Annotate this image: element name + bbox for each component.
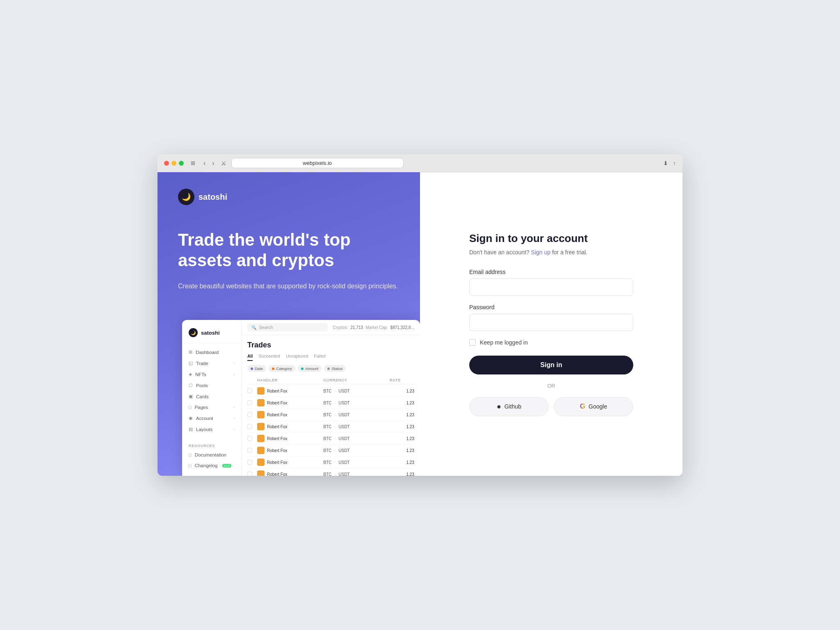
to-currency: USDT [339, 413, 350, 417]
search-icon: 🔍 [251, 325, 256, 330]
to-currency: USDT [339, 389, 350, 393]
signup-link[interactable]: Sign up [531, 249, 550, 256]
handler-name: Robert Fox [267, 472, 287, 476]
row-checkbox-4[interactable] [247, 436, 252, 441]
table-row: Robert Fox BTC→USDT 1.23 [247, 385, 414, 397]
arrow-icon: → [333, 460, 337, 464]
app-brand-logo: 🌙 [189, 328, 198, 337]
date-dot [251, 368, 253, 370]
tab-failed[interactable]: Failed [314, 354, 326, 361]
trade-rate: 1.23 [390, 413, 414, 417]
sidebar-toggle-button[interactable]: ⊞ [189, 159, 197, 167]
github-button-label: Github [504, 403, 521, 410]
sidebar-item-documentation[interactable]: □ Documentation [182, 450, 241, 460]
sidebar-item-cards[interactable]: ▣ Cards [182, 391, 241, 402]
back-button[interactable]: ‹ [202, 159, 207, 168]
sidebar-item-account[interactable]: ◉ Account › [182, 413, 241, 424]
signin-form: Sign in to your account Don't have an ac… [469, 232, 633, 416]
row-checkbox-5[interactable] [247, 448, 252, 453]
to-currency: USDT [339, 425, 350, 429]
sidebar-item-pools[interactable]: ⬡ Pools [182, 380, 241, 391]
row-checkbox-1[interactable] [247, 400, 252, 405]
signin-button[interactable]: Sign in [469, 356, 633, 374]
cards-icon: ▣ [189, 394, 193, 399]
keep-logged-row: Keep me logged in [469, 339, 633, 346]
chevron-right-icon: › [233, 416, 235, 420]
table-row: Robert Fox BTC→USDT 1.23 [247, 397, 414, 409]
sidebar-item-trade[interactable]: ◱ Trade › [182, 358, 241, 369]
share-icon[interactable]: ↑ [673, 160, 676, 167]
search-bar[interactable]: 🔍 Search [247, 323, 328, 331]
filter-category[interactable]: Category [269, 365, 295, 372]
url-bar[interactable]: webpixels.io [231, 158, 404, 168]
browser-actions: ⬇ ↑ [663, 160, 676, 167]
app-topbar: 🔍 Search Cryptos: 21,713 Market Cap: $87… [242, 320, 420, 335]
trades-content: Trades All Succeeded Uncaptured Failed [242, 335, 420, 476]
filter-status[interactable]: Status [324, 365, 346, 372]
trade-icon: ◱ [189, 361, 193, 366]
avatar [257, 470, 265, 476]
table-row: Robert Fox BTC→USDT 1.23 [247, 409, 414, 421]
sidebar-item-layouts[interactable]: ▤ Layouts › [182, 424, 241, 435]
chevron-right-icon: › [233, 427, 235, 431]
trades-tabs: All Succeeded Uncaptured Failed [247, 354, 414, 361]
signin-title: Sign in to your account [469, 232, 633, 245]
row-checkbox-2[interactable] [247, 412, 252, 417]
layouts-icon: ▤ [189, 427, 193, 432]
row-checkbox-0[interactable] [247, 388, 252, 393]
row-checkbox-3[interactable] [247, 424, 252, 429]
sidebar-item-dashboard[interactable]: ⊞ Dashboard [182, 347, 241, 358]
github-button[interactable]: ● Github [469, 397, 549, 416]
forward-button[interactable]: › [210, 159, 216, 168]
pools-icon: ⬡ [189, 383, 193, 388]
from-currency: BTC [324, 425, 332, 429]
browser-window: ⊞ ‹ › ⚔ webpixels.io ⬇ ↑ 🌙 satoshi Trade… [158, 154, 682, 476]
app-brand-text: satoshi [201, 330, 220, 336]
tab-uncaptured[interactable]: Uncaptured [286, 354, 308, 361]
google-button[interactable]: G Google [554, 397, 633, 416]
handler-header: HANDLER [257, 378, 324, 382]
close-window-dot[interactable] [164, 161, 169, 166]
trades-title: Trades [247, 341, 414, 349]
handler-name: Robert Fox [267, 448, 287, 453]
sidebar-item-changelog[interactable]: □ Changelog v1.0 [182, 460, 241, 471]
filter-amount[interactable]: Amount [298, 365, 322, 372]
email-field[interactable] [469, 278, 633, 296]
tab-all[interactable]: All [247, 354, 253, 361]
table-row: Robert Fox BTC→USDT 1.23 [247, 445, 414, 457]
sidebar-item-pages[interactable]: □ Pages › [182, 402, 241, 413]
topbar-stats: Cryptos: 21,713 Market Cap: $871,322,8..… [333, 325, 414, 330]
nfts-icon: ◈ [189, 372, 192, 377]
avatar [257, 459, 265, 466]
to-currency: USDT [339, 436, 350, 441]
minimize-window-dot[interactable] [171, 161, 176, 166]
avatar [257, 411, 265, 418]
download-icon[interactable]: ⬇ [663, 160, 668, 167]
trade-rate: 1.23 [390, 460, 414, 465]
avatar [257, 447, 265, 454]
row-checkbox-7[interactable] [247, 472, 252, 476]
arrow-icon: → [333, 413, 337, 417]
sidebar-item-label: Pages [195, 405, 208, 410]
keep-logged-checkbox[interactable] [469, 339, 476, 346]
signin-subtitle-text: Don't have an account? [469, 249, 530, 256]
maximize-window-dot[interactable] [179, 161, 184, 166]
hero-title: Trade the world's top assets and cryptos [178, 230, 399, 271]
trade-rate: 1.23 [390, 472, 414, 476]
tab-succeeded[interactable]: Succeeded [258, 354, 280, 361]
filter-date[interactable]: Date [247, 365, 266, 372]
trade-rate: 1.23 [390, 389, 414, 393]
password-field[interactable] [469, 314, 633, 331]
arrow-icon: → [333, 389, 337, 393]
market-cap-label: Market Cap: [365, 325, 388, 330]
sidebar-item-nfts[interactable]: ◈ NFTs › [182, 369, 241, 380]
account-icon: ◉ [189, 415, 193, 421]
brand-name: satoshi [199, 192, 227, 202]
changelog-icon: □ [189, 463, 192, 468]
row-checkbox-6[interactable] [247, 460, 252, 465]
brand-logo: 🌙 [178, 189, 194, 205]
avatar [257, 399, 265, 406]
signin-subtitle: Don't have an account? Sign up for a fre… [469, 249, 633, 256]
table-row: Robert Fox BTC→USDT 1.23 [247, 421, 414, 433]
page-content: 🌙 satoshi Trade the world's top assets a… [158, 172, 682, 476]
